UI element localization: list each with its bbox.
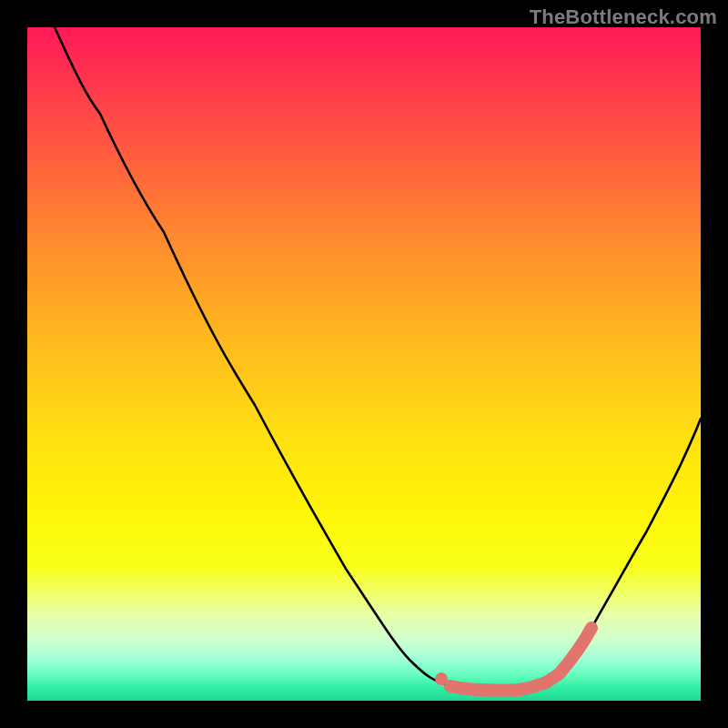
chart-svg [27,27,701,701]
chart-frame: TheBottleneck.com [0,0,728,728]
plot-area [27,27,701,701]
highlight-flat [455,682,546,691]
highlight-dot-2 [444,680,457,693]
bottleneck-curve [55,27,701,691]
highlight-rise [546,628,592,682]
watermark-text: TheBottleneck.com [530,5,717,29]
